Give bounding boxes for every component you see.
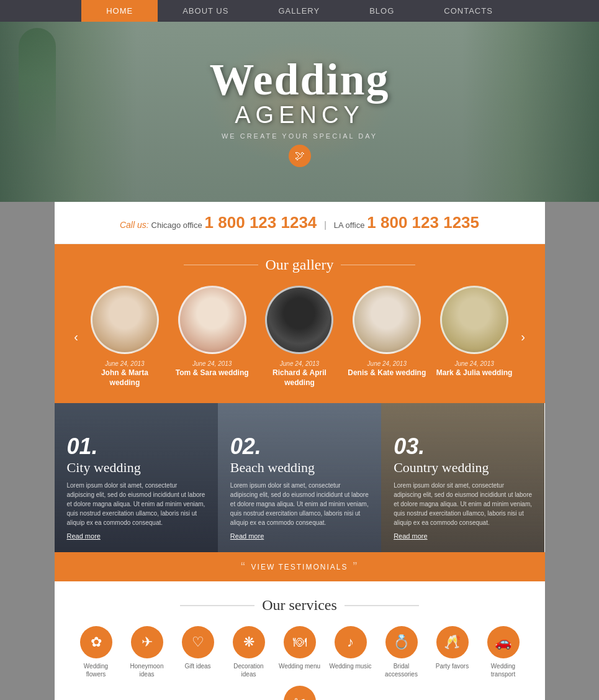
gallery-items: June 24, 2013 John & Marta wedding June … (86, 286, 514, 388)
wt-text-3: Lorem ipsum dolor sit amet, consectetur … (394, 481, 532, 527)
service-transport: 🚗 Wedding transport (482, 626, 525, 678)
dove-icon: 🕊 (295, 150, 305, 161)
service-wedding-flowers: ✿ Wedding flowers (74, 626, 118, 678)
service-party: 🥂 Party favors (431, 626, 474, 678)
flowers-icon: ✿ (91, 634, 102, 650)
hero-title-agency: Agency (209, 102, 389, 129)
service-circle-beauty: ✂ (284, 686, 316, 700)
service-circle-flowers: ✿ (80, 626, 112, 658)
gallery-date-3: June 24, 2013 (260, 360, 339, 367)
la-number: 1 800 123 1235 (367, 213, 479, 232)
service-circle-gift: ♡ (182, 626, 214, 658)
service-decoration: ❋ Decoration ideas (227, 626, 271, 678)
gallery-circle-3 (265, 286, 333, 354)
hero-content: Wedding Agency WE CREATE YOUR SPECIAL DA… (209, 57, 389, 167)
decoration-icon: ❋ (243, 634, 254, 650)
gallery-circle-1 (91, 286, 159, 354)
gallery-circle-5 (440, 286, 508, 354)
wt-title-1: City wedding (67, 460, 205, 476)
gallery-name-4: Denis & Kate wedding (348, 368, 426, 378)
call-bar: Call us: Chicago office 1 800 123 1234 |… (55, 202, 545, 244)
gallery-date-1: June 24, 2013 (86, 360, 164, 367)
service-label-transport: Wedding transport (482, 662, 525, 678)
wt-link-2[interactable]: Read more (230, 532, 369, 540)
services-title: Our services (67, 597, 533, 614)
open-quote-icon: “ (241, 560, 246, 574)
service-label-music: Wedding music (329, 662, 372, 670)
wt-num-1: 01. (67, 434, 205, 460)
service-circle-honeymoon: ✈ (131, 626, 163, 658)
wedding-type-country: 03. Country wedding Lorem ipsum dolor si… (381, 403, 544, 552)
service-label-flowers: Wedding flowers (74, 662, 118, 678)
gallery-item-3: June 24, 2013 Richard & April wedding (260, 286, 339, 388)
nav-about[interactable]: ABOUT US (158, 0, 253, 22)
service-circle-decoration: ❋ (233, 626, 265, 658)
gallery-date-4: June 24, 2013 (348, 360, 426, 367)
call-label: Call us: (120, 220, 149, 230)
service-menu: 🍽 Wedding menu (278, 626, 322, 678)
service-label-party: Party favors (431, 662, 474, 670)
service-label-gift: Gift ideas (176, 662, 220, 670)
wt-link-1[interactable]: Read more (67, 532, 205, 540)
wedding-types-section: 01. City wedding Lorem ipsum dolor sit a… (55, 403, 545, 552)
gallery-prev-arrow[interactable]: ‹ (67, 330, 86, 344)
gallery-circle-4 (353, 286, 421, 354)
gift-icon: ♡ (192, 634, 204, 650)
gallery-title: Our gallery (67, 257, 533, 273)
services-section: Our services ✿ Wedding flowers ✈ Honeymo… (55, 581, 545, 700)
gallery-name-1: John & Marta wedding (86, 368, 164, 388)
gallery-date-5: June 24, 2013 (435, 360, 514, 367)
wt-link-3[interactable]: Read more (394, 532, 532, 540)
hero-subtitle: WE CREATE YOUR SPECIAL DAY (209, 132, 389, 140)
nav-home[interactable]: HOME (81, 0, 158, 22)
service-label-bridal: Bridal accessories (380, 662, 423, 678)
service-bridal: 💍 Bridal accessories (380, 626, 423, 678)
wedding-type-beach: 02. Beach wedding Lorem ipsum dolor sit … (218, 403, 381, 552)
service-circle-menu: 🍽 (284, 626, 316, 658)
hero-section: Wedding Agency WE CREATE YOUR SPECIAL DA… (0, 22, 599, 202)
chicago-number: 1 800 123 1234 (205, 213, 317, 232)
la-label: LA office (334, 220, 365, 230)
wedding-type-city: 01. City wedding Lorem ipsum dolor sit a… (55, 403, 218, 552)
service-honeymoon: ✈ Honeymoon ideas (125, 626, 169, 678)
gallery-date-2: June 24, 2013 (173, 360, 251, 367)
main-content-box: Call us: Chicago office 1 800 123 1234 |… (55, 202, 545, 700)
plane-icon: ✈ (142, 634, 153, 650)
scissors-icon: ✂ (294, 694, 305, 700)
wt-num-3: 03. (394, 434, 532, 460)
testimonials-bar: “ VIEW TESTIMONIALS ” (55, 552, 545, 581)
gallery-next-arrow[interactable]: › (514, 330, 533, 344)
service-label-menu: Wedding menu (278, 662, 322, 670)
wt-num-2: 02. (230, 434, 369, 460)
main-nav: HOME ABOUT US GALLERY BLOG CONTACTS (0, 0, 599, 22)
gallery-item-1: June 24, 2013 John & Marta wedding (86, 286, 164, 388)
nav-contacts[interactable]: CONTACTS (419, 0, 518, 22)
wt-text-1: Lorem ipsum dolor sit amet, consectetur … (67, 481, 205, 527)
hero-icon: 🕊 (289, 145, 311, 167)
gallery-name-3: Richard & April wedding (260, 368, 339, 388)
hero-title-wedding: Wedding (209, 57, 389, 102)
wt-text-2: Lorem ipsum dolor sit amet, consectetur … (230, 481, 369, 527)
testimonials-label: VIEW TESTIMONIALS (251, 563, 348, 571)
nav-blog[interactable]: BLOG (345, 0, 419, 22)
gallery-name-5: Mark & Julia wedding (435, 368, 514, 378)
gallery-item-4: June 24, 2013 Denis & Kate wedding (348, 286, 426, 388)
gallery-item-2: June 24, 2013 Tom & Sara wedding (173, 286, 251, 388)
car-icon: 🚗 (495, 634, 511, 650)
chicago-label: Chicago office (151, 220, 202, 230)
service-circle-transport: 🚗 (487, 626, 520, 658)
nav-gallery[interactable]: GALLERY (253, 0, 345, 22)
services-icons: ✿ Wedding flowers ✈ Honeymoon ideas ♡ Gi… (67, 626, 533, 700)
service-label-honeymoon: Honeymoon ideas (125, 662, 169, 678)
gallery-item-5: June 24, 2013 Mark & Julia wedding (435, 286, 514, 388)
testimonials-button[interactable]: “ VIEW TESTIMONIALS ” (241, 560, 358, 574)
party-icon: 🥂 (444, 634, 461, 650)
gallery-section: Our gallery ‹ June 24, 2013 John & Marta… (55, 244, 545, 403)
ring-icon: 💍 (393, 634, 410, 650)
gallery-circle-2 (178, 286, 246, 354)
gallery-row: ‹ June 24, 2013 John & Marta wedding Jun… (67, 286, 533, 388)
close-quote-icon: ” (353, 560, 358, 574)
service-circle-bridal: 💍 (385, 626, 418, 658)
service-music: ♪ Wedding music (329, 626, 372, 678)
service-label-decoration: Decoration ideas (227, 662, 271, 678)
